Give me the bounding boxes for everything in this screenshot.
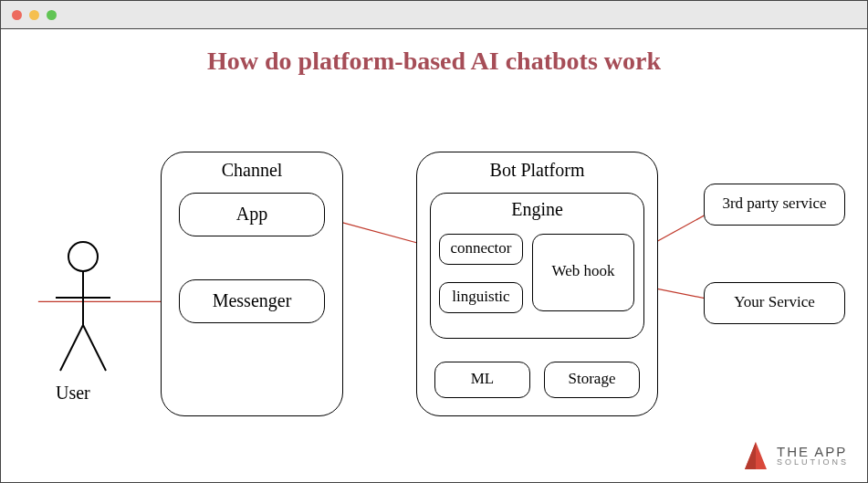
user-label: User xyxy=(56,383,90,404)
diagram-canvas: How do platform-based AI chatbots work xyxy=(1,28,867,482)
third-party-label: 3rd party service xyxy=(722,194,826,212)
engine-label: Engine xyxy=(431,199,643,220)
connector-box: connector xyxy=(439,234,523,265)
close-icon[interactable] xyxy=(12,10,22,20)
window-titlebar xyxy=(1,1,867,29)
app-label: App xyxy=(236,204,267,224)
linguistic-box: linguistic xyxy=(439,282,523,313)
browser-window: How do platform-based AI chatbots work xyxy=(0,0,868,483)
brand-logo-icon xyxy=(742,440,769,471)
brand-logo: THE APP SOLUTIONS xyxy=(742,440,849,471)
minimize-icon[interactable] xyxy=(29,10,39,20)
channel-label: Channel xyxy=(162,160,342,181)
connector-label: connector xyxy=(450,239,511,257)
your-service-box: Your Service xyxy=(704,282,845,324)
svg-marker-14 xyxy=(745,442,756,469)
ml-box: ML xyxy=(434,362,530,398)
bot-platform-label: Bot Platform xyxy=(417,160,657,181)
messenger-label: Messenger xyxy=(213,290,292,310)
ml-label: ML xyxy=(471,370,495,387)
svg-line-12 xyxy=(83,325,106,371)
messenger-box: Messenger xyxy=(179,279,325,323)
third-party-box: 3rd party service xyxy=(704,184,845,226)
storage-box: Storage xyxy=(544,362,640,398)
app-box: App xyxy=(179,193,325,236)
svg-line-11 xyxy=(60,325,83,371)
linguistic-label: linguistic xyxy=(452,288,509,305)
webhook-box: Web hook xyxy=(532,234,634,311)
svg-point-8 xyxy=(68,242,98,271)
storage-label: Storage xyxy=(569,370,616,387)
webhook-label: Web hook xyxy=(552,262,615,279)
maximize-icon[interactable] xyxy=(47,10,57,20)
diagram-title: How do platform-based AI chatbots work xyxy=(1,47,867,76)
brand-line1: THE APP xyxy=(777,445,849,458)
user-icon xyxy=(51,238,115,379)
brand-line2: SOLUTIONS xyxy=(777,458,849,467)
your-service-label: Your Service xyxy=(734,293,814,310)
